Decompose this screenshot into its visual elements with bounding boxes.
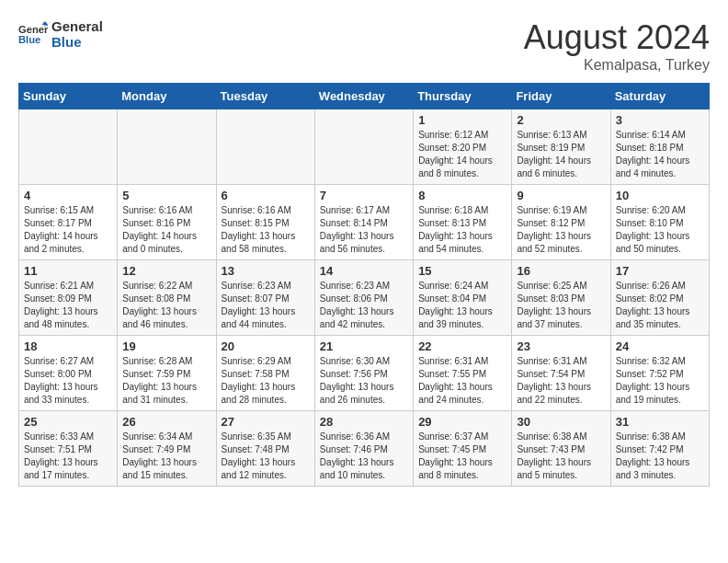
day-number: 11 (24, 264, 112, 278)
svg-text:General: General (18, 24, 48, 35)
header-monday: Monday (118, 84, 216, 109)
cell-w4-d6: 24Sunrise: 6:32 AMSunset: 7:52 PMDayligh… (610, 336, 709, 411)
day-info: Sunrise: 6:28 AMSunset: 7:59 PMDaylight:… (122, 355, 210, 407)
day-info: Sunrise: 6:37 AMSunset: 7:45 PMDaylight:… (418, 431, 506, 482)
day-number: 10 (616, 189, 704, 202)
cell-w1-d1 (118, 109, 216, 185)
cell-w2-d2: 6Sunrise: 6:16 AMSunset: 8:15 PMDaylight… (216, 185, 314, 260)
day-info: Sunrise: 6:31 AMSunset: 7:55 PMDaylight:… (418, 355, 506, 407)
header-row: Sunday Monday Tuesday Wednesday Thursday… (19, 84, 710, 109)
day-info: Sunrise: 6:23 AMSunset: 8:06 PMDaylight:… (320, 280, 408, 331)
day-info: Sunrise: 6:27 AMSunset: 8:00 PMDaylight:… (24, 355, 112, 407)
header-tuesday: Tuesday (216, 84, 314, 109)
day-info: Sunrise: 6:14 AMSunset: 8:18 PMDaylight:… (616, 129, 704, 180)
day-info: Sunrise: 6:35 AMSunset: 7:48 PMDaylight:… (222, 431, 310, 482)
cell-w1-d0 (19, 109, 118, 185)
cell-w2-d0: 4Sunrise: 6:15 AMSunset: 8:17 PMDaylight… (19, 185, 118, 260)
day-info: Sunrise: 6:12 AMSunset: 8:20 PMDaylight:… (418, 129, 506, 180)
cell-w5-d0: 25Sunrise: 6:33 AMSunset: 7:51 PMDayligh… (19, 411, 118, 487)
cell-w4-d0: 18Sunrise: 6:27 AMSunset: 8:00 PMDayligh… (19, 336, 118, 411)
day-number: 16 (517, 264, 605, 278)
cell-w2-d6: 10Sunrise: 6:20 AMSunset: 8:10 PMDayligh… (610, 185, 709, 260)
calendar-table: Sunday Monday Tuesday Wednesday Thursday… (18, 83, 710, 487)
cell-w5-d3: 28Sunrise: 6:36 AMSunset: 7:46 PMDayligh… (314, 411, 413, 487)
cell-w1-d3 (314, 109, 413, 185)
day-number: 3 (616, 113, 704, 127)
cell-w3-d3: 14Sunrise: 6:23 AMSunset: 8:06 PMDayligh… (314, 260, 413, 336)
cell-w3-d6: 17Sunrise: 6:26 AMSunset: 8:02 PMDayligh… (610, 260, 709, 336)
day-info: Sunrise: 6:24 AMSunset: 8:04 PMDaylight:… (418, 280, 506, 331)
logo: General Blue General Blue (18, 18, 103, 50)
week-row-4: 18Sunrise: 6:27 AMSunset: 8:00 PMDayligh… (19, 336, 710, 411)
day-info: Sunrise: 6:36 AMSunset: 7:46 PMDaylight:… (320, 431, 408, 482)
day-number: 6 (222, 189, 310, 202)
cell-w5-d2: 27Sunrise: 6:35 AMSunset: 7:48 PMDayligh… (216, 411, 314, 487)
cell-w1-d4: 1Sunrise: 6:12 AMSunset: 8:20 PMDaylight… (414, 109, 512, 185)
day-info: Sunrise: 6:18 AMSunset: 8:13 PMDaylight:… (418, 204, 506, 256)
cell-w5-d1: 26Sunrise: 6:34 AMSunset: 7:49 PMDayligh… (118, 411, 216, 487)
cell-w4-d4: 22Sunrise: 6:31 AMSunset: 7:55 PMDayligh… (414, 336, 512, 411)
day-number: 23 (517, 339, 605, 353)
cell-w5-d4: 29Sunrise: 6:37 AMSunset: 7:45 PMDayligh… (414, 411, 512, 487)
cell-w3-d2: 13Sunrise: 6:23 AMSunset: 8:07 PMDayligh… (216, 260, 314, 336)
day-info: Sunrise: 6:15 AMSunset: 8:17 PMDaylight:… (24, 204, 112, 256)
day-number: 4 (24, 189, 112, 202)
day-info: Sunrise: 6:30 AMSunset: 7:56 PMDaylight:… (320, 355, 408, 407)
day-number: 15 (418, 264, 506, 278)
cell-w2-d4: 8Sunrise: 6:18 AMSunset: 8:13 PMDaylight… (414, 185, 512, 260)
day-number: 18 (24, 339, 112, 353)
day-number: 12 (122, 264, 210, 278)
day-number: 1 (418, 113, 506, 127)
day-number: 22 (418, 339, 506, 353)
header-thursday: Thursday (414, 84, 512, 109)
cell-w5-d6: 31Sunrise: 6:38 AMSunset: 7:42 PMDayligh… (610, 411, 709, 487)
week-row-3: 11Sunrise: 6:21 AMSunset: 8:09 PMDayligh… (19, 260, 710, 336)
cell-w3-d1: 12Sunrise: 6:22 AMSunset: 8:08 PMDayligh… (118, 260, 216, 336)
day-number: 27 (222, 415, 310, 429)
day-info: Sunrise: 6:31 AMSunset: 7:54 PMDaylight:… (517, 355, 605, 407)
header-friday: Friday (512, 84, 610, 109)
day-number: 31 (616, 415, 704, 429)
location-title: Kemalpasa, Turkey (524, 57, 710, 74)
day-info: Sunrise: 6:21 AMSunset: 8:09 PMDaylight:… (24, 280, 112, 331)
day-number: 19 (122, 339, 210, 353)
month-year-title: August 2024 (524, 18, 710, 57)
day-info: Sunrise: 6:32 AMSunset: 7:52 PMDaylight:… (616, 355, 704, 407)
day-info: Sunrise: 6:16 AMSunset: 8:15 PMDaylight:… (222, 204, 310, 256)
day-info: Sunrise: 6:13 AMSunset: 8:19 PMDaylight:… (517, 129, 605, 180)
week-row-2: 4Sunrise: 6:15 AMSunset: 8:17 PMDaylight… (19, 185, 710, 260)
day-info: Sunrise: 6:38 AMSunset: 7:42 PMDaylight:… (616, 431, 704, 482)
week-row-5: 25Sunrise: 6:33 AMSunset: 7:51 PMDayligh… (19, 411, 710, 487)
cell-w1-d2 (216, 109, 314, 185)
cell-w4-d1: 19Sunrise: 6:28 AMSunset: 7:59 PMDayligh… (118, 336, 216, 411)
day-number: 13 (222, 264, 310, 278)
day-info: Sunrise: 6:26 AMSunset: 8:02 PMDaylight:… (616, 280, 704, 331)
day-info: Sunrise: 6:20 AMSunset: 8:10 PMDaylight:… (616, 204, 704, 256)
day-info: Sunrise: 6:22 AMSunset: 8:08 PMDaylight:… (122, 280, 210, 331)
cell-w2-d3: 7Sunrise: 6:17 AMSunset: 8:14 PMDaylight… (314, 185, 413, 260)
cell-w2-d5: 9Sunrise: 6:19 AMSunset: 8:12 PMDaylight… (512, 185, 610, 260)
cell-w1-d5: 2Sunrise: 6:13 AMSunset: 8:19 PMDaylight… (512, 109, 610, 185)
cell-w3-d5: 16Sunrise: 6:25 AMSunset: 8:03 PMDayligh… (512, 260, 610, 336)
page-header: General Blue General Blue August 2024 Ke… (18, 18, 710, 74)
day-number: 5 (122, 189, 210, 202)
cell-w2-d1: 5Sunrise: 6:16 AMSunset: 8:16 PMDaylight… (118, 185, 216, 260)
week-row-1: 1Sunrise: 6:12 AMSunset: 8:20 PMDaylight… (19, 109, 710, 185)
day-info: Sunrise: 6:17 AMSunset: 8:14 PMDaylight:… (320, 204, 408, 256)
cell-w5-d5: 30Sunrise: 6:38 AMSunset: 7:43 PMDayligh… (512, 411, 610, 487)
day-number: 25 (24, 415, 112, 429)
day-number: 2 (517, 113, 605, 127)
day-number: 20 (222, 339, 310, 353)
title-block: August 2024 Kemalpasa, Turkey (524, 18, 710, 74)
day-number: 28 (320, 415, 408, 429)
day-info: Sunrise: 6:33 AMSunset: 7:51 PMDaylight:… (24, 431, 112, 482)
logo-general: General (51, 18, 103, 34)
day-info: Sunrise: 6:38 AMSunset: 7:43 PMDaylight:… (517, 431, 605, 482)
svg-text:Blue: Blue (18, 34, 40, 45)
day-number: 17 (616, 264, 704, 278)
day-info: Sunrise: 6:19 AMSunset: 8:12 PMDaylight:… (517, 204, 605, 256)
cell-w4-d3: 21Sunrise: 6:30 AMSunset: 7:56 PMDayligh… (314, 336, 413, 411)
cell-w3-d4: 15Sunrise: 6:24 AMSunset: 8:04 PMDayligh… (414, 260, 512, 336)
day-number: 29 (418, 415, 506, 429)
day-info: Sunrise: 6:23 AMSunset: 8:07 PMDaylight:… (222, 280, 310, 331)
